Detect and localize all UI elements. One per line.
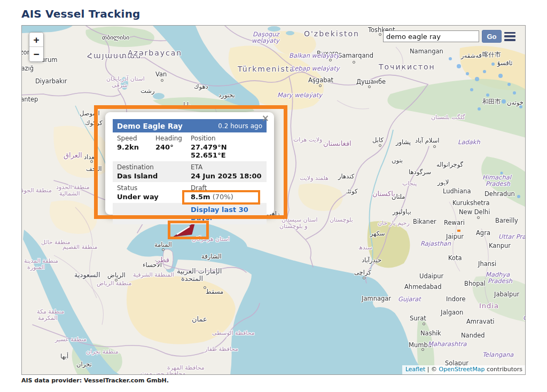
popup-header: Demo Eagle Ray 0.2 hours ago xyxy=(113,119,267,132)
last-report-age: 0.2 hours ago xyxy=(218,122,262,130)
page-title: AIS Vessel Tracking xyxy=(21,7,547,20)
draft-percent: (70%) xyxy=(210,193,233,201)
ais-vessel-tracking-page: AIS Vessel Tracking xyxy=(0,0,547,384)
popup-row-history: Display last 30 Days. xyxy=(113,203,267,224)
draft-value: 8.5m xyxy=(191,193,210,201)
popup-row-status-draft: Status Under way Draft 8.5m (70%) xyxy=(113,182,267,203)
status-value: Under way xyxy=(117,193,191,201)
status-label: Status xyxy=(117,184,191,192)
close-icon[interactable]: × xyxy=(262,114,269,123)
heading-value: 240° xyxy=(155,143,191,151)
attribution-suffix: contributors xyxy=(485,366,522,373)
leaflet-link[interactable]: Leaflet xyxy=(405,366,425,373)
heading-label: Heading xyxy=(155,135,191,142)
search-input[interactable] xyxy=(383,30,479,42)
ais-provider-note: AIS data provider: VesselTracker.com Gmb… xyxy=(21,377,547,384)
vessel-popup: × Demo Eagle Ray 0.2 hours ago Speed 9.2… xyxy=(105,112,274,215)
destination-label: Destination xyxy=(117,163,191,171)
draft-label: Draft xyxy=(191,184,262,192)
speed-label: Speed xyxy=(117,135,155,142)
openstreetmap-link[interactable]: OpenStreetMap xyxy=(439,366,485,373)
go-button[interactable]: Go xyxy=(482,30,502,43)
map-label: Prayagraj xyxy=(525,252,526,259)
zoom-control: + − xyxy=(29,32,44,62)
vessel-name: Demo Eagle Ray xyxy=(117,122,183,130)
destination-value: Das Island xyxy=(117,172,191,180)
vessel-search-bar: Go xyxy=(383,30,515,43)
eta-label: ETA xyxy=(191,163,262,171)
menu-icon[interactable] xyxy=(504,32,515,41)
zoom-in-button[interactable]: + xyxy=(29,33,43,47)
position-value: 27.479°N 52.651°E xyxy=(191,143,262,159)
map-attribution: Leaflet | © OpenStreetMap contributors xyxy=(402,365,525,374)
position-label: Position xyxy=(191,135,262,142)
mini-vessel-marker[interactable] xyxy=(457,230,460,232)
zoom-out-button[interactable]: − xyxy=(29,47,43,61)
eta-value: 24 Jun 2025 18:00 xyxy=(191,172,262,180)
speed-value: 9.2kn xyxy=(117,143,155,151)
popup-row-destination-eta: Destination Das Island ETA 24 Jun 2025 1… xyxy=(113,161,267,182)
display-last-30-days-link[interactable]: Display last 30 Days. xyxy=(191,206,248,222)
attribution-separator: | © xyxy=(425,366,439,373)
leaflet-map[interactable]: თბილისიTrabzonErzurumVanDiyarbakırElazığ… xyxy=(21,25,526,375)
popup-row-speed-heading-position: Speed 9.2kn Heading 240° Position 27.479… xyxy=(113,132,267,161)
